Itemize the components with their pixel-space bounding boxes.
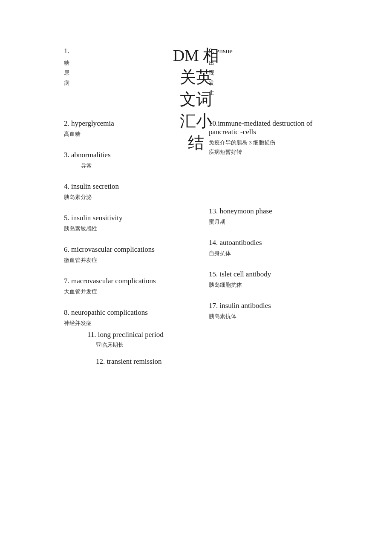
term-14-zh: 自身抗体 bbox=[209, 250, 328, 257]
page-title: DM 相关英文词汇小结 bbox=[173, 45, 219, 154]
entry-8: 8. neuropathic complications 神经并发症 11. l… bbox=[64, 308, 183, 374]
top-left: 1. 糖尿病 bbox=[64, 47, 183, 111]
entry-11: 11. long preclinical period 亚临床期长 bbox=[87, 331, 183, 349]
page: 1. 糖尿病 DM 相关英文词汇小结 9. ensue 出现发生 2. hype… bbox=[34, 26, 358, 408]
term-11-en: 11. long preclinical period bbox=[87, 331, 183, 339]
term-10-zh2: 疾病短暂好转 bbox=[209, 148, 328, 156]
left-column: 2. hyperglycemia 高血糖 3. abnormalities 异常… bbox=[64, 119, 183, 387]
term-12-en: 12. transient remission bbox=[96, 357, 183, 366]
entry-13: 13. honeymoon phase 蜜月期 bbox=[209, 207, 328, 226]
entry-15: 15. islet cell antibody 胰岛细胞抗体 bbox=[209, 270, 328, 289]
entry-5: 5. insulin sensitivity 胰岛素敏感性 bbox=[64, 214, 183, 233]
term-9-zh: 出现发生 bbox=[209, 58, 328, 98]
entry-6: 6. microvascular complications 微血管并发症 bbox=[64, 245, 183, 264]
term-1-en: 1. bbox=[64, 47, 183, 55]
term-13-en: 13. honeymoon phase bbox=[209, 207, 328, 216]
term-10-zh: 免疫介导的胰岛 3 细胞损伤 bbox=[209, 139, 328, 147]
entry-12: 12. transient remission bbox=[96, 357, 183, 366]
term-6-zh: 微血管并发症 bbox=[64, 256, 183, 264]
term-17-zh: 胰岛素抗体 bbox=[209, 313, 328, 320]
term-7-en: 7. macrovascular complications bbox=[64, 277, 183, 285]
term-2-en: 2. hyperglycemia bbox=[64, 119, 183, 128]
term-15-en: 15. islet cell antibody bbox=[209, 270, 328, 279]
term-14-en: 14. autoantibodies bbox=[209, 239, 328, 247]
term-5-en: 5. insulin sensitivity bbox=[64, 214, 183, 222]
term-6-en: 6. microvascular complications bbox=[64, 245, 183, 254]
entry-3: 3. abnormalities 异常 bbox=[64, 151, 183, 170]
term-3-zh: 异常 bbox=[64, 162, 183, 170]
term-8-en: 8. neuropathic complications bbox=[64, 308, 183, 317]
term-10-en: 10.immune-mediated destruction ofpancrea… bbox=[209, 119, 328, 136]
entry-1: 1. 糖尿病 bbox=[64, 47, 183, 88]
term-4-en: 4. insulin secretion bbox=[64, 182, 183, 191]
entry-4: 4. insulin secretion 胰岛素分泌 bbox=[64, 182, 183, 201]
term-2-zh: 高血糖 bbox=[64, 130, 183, 138]
entry-10: 10.immune-mediated destruction ofpancrea… bbox=[209, 119, 328, 156]
term-5-zh: 胰岛素敏感性 bbox=[64, 225, 183, 233]
entry-7: 7. macrovascular complications 大血管并发症 bbox=[64, 277, 183, 296]
term-11-zh: 亚临床期长 bbox=[87, 341, 183, 349]
entry-9: 9. ensue 出现发生 bbox=[209, 47, 328, 98]
term-8-zh: 神经并发症 bbox=[64, 319, 183, 327]
top-right: 9. ensue 出现发生 bbox=[209, 47, 328, 111]
term-9-en: 9. ensue bbox=[209, 47, 328, 55]
term-7-zh: 大血管并发症 bbox=[64, 288, 183, 296]
entry-17: 17. insulin antibodies 胰岛素抗体 bbox=[209, 302, 328, 320]
term-13-zh: 蜜月期 bbox=[209, 218, 328, 226]
top-section: 1. 糖尿病 DM 相关英文词汇小结 9. ensue 出现发生 bbox=[64, 47, 328, 111]
term-1-zh: 糖尿病 bbox=[64, 58, 183, 88]
entry-14: 14. autoantibodies 自身抗体 bbox=[209, 239, 328, 257]
term-3-en: 3. abnormalities bbox=[64, 151, 183, 159]
term-4-zh: 胰岛素分泌 bbox=[64, 193, 183, 201]
term-17-en: 17. insulin antibodies bbox=[209, 302, 328, 310]
entry-2: 2. hyperglycemia 高血糖 bbox=[64, 119, 183, 138]
right-column: 10.immune-mediated destruction ofpancrea… bbox=[209, 119, 328, 387]
term-15-zh: 胰岛细胞抗体 bbox=[209, 281, 328, 289]
main-grid: 2. hyperglycemia 高血糖 3. abnormalities 异常… bbox=[64, 119, 328, 387]
